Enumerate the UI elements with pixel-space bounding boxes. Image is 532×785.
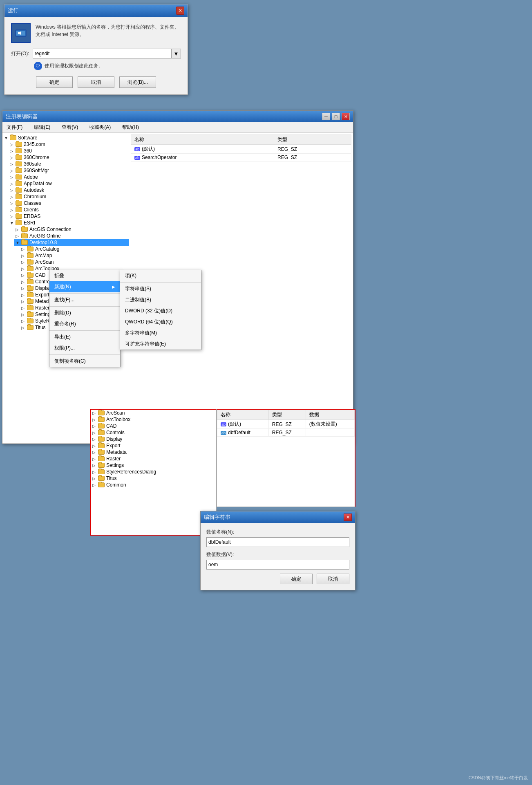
folder-icon bbox=[16, 155, 22, 160]
tree-label-appdatalow: AppDataLow bbox=[24, 181, 52, 186]
menu-help[interactable]: 帮助(H) bbox=[121, 123, 141, 131]
tree-item-adobe[interactable]: ▷ Adobe bbox=[8, 174, 129, 180]
sub-item-key[interactable]: 项(K) bbox=[120, 270, 201, 281]
ctx-collapse[interactable]: 折叠 bbox=[49, 270, 120, 281]
lower-tree-pane[interactable]: ▷ ArcScan ▷ ArcToolbox ▷ CAD ▷ Controls … bbox=[90, 409, 217, 536]
tree-label-erdas: ERDAS bbox=[24, 213, 40, 219]
folder-icon bbox=[27, 253, 34, 258]
sub-item-dword[interactable]: DWORD (32-位)值(D) bbox=[120, 305, 201, 316]
table-row[interactable]: abdbfDefault REG_SZ bbox=[217, 429, 355, 437]
open-row: 打开(O): ▼ bbox=[11, 49, 181, 58]
sub-item-multistring[interactable]: 多字符串值(M) bbox=[120, 327, 201, 339]
col-type: 类型 bbox=[274, 135, 351, 145]
folder-icon-software bbox=[10, 135, 16, 140]
tree-item-arcscan[interactable]: ▷ ArcScan bbox=[20, 259, 129, 265]
run-dialog-close[interactable]: ✕ bbox=[176, 7, 184, 15]
ctx-permissions[interactable]: 权限(P)... bbox=[49, 343, 120, 354]
ctx-find[interactable]: 查找(F)... bbox=[49, 294, 120, 305]
lower-col-data: 数据 bbox=[306, 410, 354, 420]
ctx-export[interactable]: 导出(E) bbox=[49, 332, 120, 343]
open-input[interactable] bbox=[33, 49, 171, 58]
tree-item-2345[interactable]: ▷ 2345.com bbox=[8, 141, 129, 148]
tree-label-chromium: Chromium bbox=[24, 194, 46, 200]
folder-icon bbox=[16, 201, 22, 206]
tree-item-esri[interactable]: ▼ ESRI bbox=[8, 220, 129, 226]
folder-icon bbox=[27, 286, 34, 291]
tree-item-360[interactable]: ▷ 360 bbox=[8, 148, 129, 154]
tree-item-clients[interactable]: ▷ Clients bbox=[8, 206, 129, 213]
tree-item-360safe[interactable]: ▷ 360safe bbox=[8, 161, 129, 167]
tree-item-appdatalow[interactable]: ▷ AppDataLow bbox=[8, 180, 129, 187]
menu-edit[interactable]: 编辑(E) bbox=[32, 123, 52, 131]
lower-tree-arcscan[interactable]: ▷ ArcScan bbox=[91, 410, 216, 416]
row-name: ab(默认) bbox=[131, 145, 274, 154]
tree-item-360softmgr[interactable]: ▷ 360SoftMgr bbox=[8, 167, 129, 174]
tree-item-classes[interactable]: ▷ Classes bbox=[8, 200, 129, 206]
table-row[interactable]: ab(默认) REG_SZ bbox=[131, 145, 351, 154]
folder-icon bbox=[27, 325, 34, 330]
tree-label-autodesk: Autodesk bbox=[24, 187, 44, 193]
tree-item-arcgis-online[interactable]: ▷ ArcGIS Online bbox=[14, 233, 129, 239]
dropdown-btn[interactable]: ▼ bbox=[171, 49, 181, 58]
lower-tree-common[interactable]: ▷ Common bbox=[91, 482, 216, 488]
browse-button[interactable]: 浏览(B)... bbox=[119, 76, 156, 88]
tree-label-desktop108: Desktop10.8 bbox=[29, 240, 57, 245]
folder-icon bbox=[27, 279, 34, 284]
edit-string-close[interactable]: ✕ bbox=[344, 514, 352, 521]
cancel-button[interactable]: 取消 bbox=[78, 76, 114, 88]
ctx-delete[interactable]: 删除(D) bbox=[49, 307, 120, 318]
tree-item-chromium[interactable]: ▷ Chromium bbox=[8, 193, 129, 200]
maximize-btn[interactable]: □ bbox=[332, 113, 340, 120]
lower-tree-settings[interactable]: ▷ Settings bbox=[91, 462, 216, 469]
run-dialog-icon-row: Windows 将根据您所输入的名称，为您打开相应的程序、文件夹、文档或 Int… bbox=[11, 23, 181, 43]
tree-item-desktop108[interactable]: ▼ Desktop10.8 bbox=[14, 239, 129, 246]
sub-item-expandstring[interactable]: 可扩充字符串值(E) bbox=[120, 339, 201, 350]
table-row[interactable]: ab(默认) REG_SZ (数值未设置) bbox=[217, 420, 355, 429]
tree-item-360chrome[interactable]: ▷ 360Chrome bbox=[8, 154, 129, 161]
edit-string-content: 数值名称(N): 数值数据(V): 确定 取消 bbox=[201, 523, 355, 590]
lower-tree-display[interactable]: ▷ Display bbox=[91, 436, 216, 442]
tree-item-autodesk[interactable]: ▷ Autodesk bbox=[8, 187, 129, 193]
sub-item-binary[interactable]: 二进制值(B) bbox=[120, 294, 201, 305]
lower-tree-titus[interactable]: ▷ Titus bbox=[91, 475, 216, 482]
lower-tree-export[interactable]: ▷ Export bbox=[91, 442, 216, 449]
admin-text: 使用管理权限创建此任务。 bbox=[45, 63, 103, 70]
folder-icon bbox=[27, 305, 34, 310]
ctx-rename[interactable]: 重命名(R) bbox=[49, 318, 120, 330]
tree-item-arcmap[interactable]: ▷ ArcMap bbox=[20, 252, 129, 259]
folder-icon bbox=[16, 207, 22, 212]
lower-col-name: 名称 bbox=[217, 410, 269, 420]
data-input[interactable] bbox=[206, 560, 349, 570]
lower-tree-arctoolbox[interactable]: ▷ ArcToolbox bbox=[91, 416, 216, 423]
sub-item-qword[interactable]: QWORD (64 位)值(Q) bbox=[120, 316, 201, 327]
folder-icon bbox=[27, 299, 34, 304]
lower-tree-raster[interactable]: ▷ Raster bbox=[91, 455, 216, 462]
lower-tree-stylereferences[interactable]: ▷ StyleReferencesDialog bbox=[91, 469, 216, 475]
tree-item-arcgis-connection[interactable]: ▷ ArcGIS Connection bbox=[14, 226, 129, 233]
data-label: 数值数据(V): bbox=[206, 551, 349, 558]
menu-file[interactable]: 文件(F) bbox=[5, 123, 24, 131]
edit-cancel-btn[interactable]: 取消 bbox=[317, 574, 349, 584]
tree-item-software[interactable]: ▼ Software bbox=[2, 135, 129, 141]
lower-tree-controls[interactable]: ▷ Controls bbox=[91, 429, 216, 436]
edit-string-title: 编辑字符串 bbox=[204, 514, 230, 521]
lower-tree-metadata[interactable]: ▷ Metadata bbox=[91, 449, 216, 455]
table-row[interactable]: abSearchOperator REG_SZ bbox=[131, 154, 351, 161]
sub-item-string[interactable]: 字符串值(S) bbox=[120, 283, 201, 294]
ctx-copy-name[interactable]: 复制项名称(C) bbox=[49, 356, 120, 367]
lower-tree-cad[interactable]: ▷ CAD bbox=[91, 423, 216, 429]
tree-item-erdas[interactable]: ▷ ERDAS bbox=[8, 213, 129, 220]
row-name: abSearchOperator bbox=[131, 154, 274, 161]
confirm-button[interactable]: 确定 bbox=[36, 76, 73, 88]
separator bbox=[49, 293, 120, 294]
tree-item-arccatalog[interactable]: ▷ ArcCatalog bbox=[20, 246, 129, 252]
close-btn[interactable]: ✕ bbox=[342, 113, 350, 120]
edit-confirm-btn[interactable]: 确定 bbox=[280, 574, 313, 584]
tree-label-arccatalog: ArcCatalog bbox=[35, 246, 59, 252]
ctx-new[interactable]: 新建(N) ▶ bbox=[49, 281, 120, 292]
minimize-btn[interactable]: ─ bbox=[322, 113, 330, 120]
tree-label-raster: Raster bbox=[35, 305, 49, 311]
menu-favorites[interactable]: 收藏夹(A) bbox=[88, 123, 112, 131]
menu-view[interactable]: 查看(V) bbox=[60, 123, 80, 131]
name-input[interactable] bbox=[206, 537, 349, 547]
